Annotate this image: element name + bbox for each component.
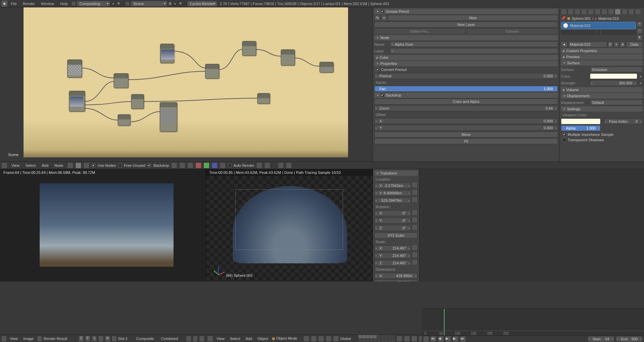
- material-slot[interactable]: Material.010: [561, 22, 636, 29]
- image-editor[interactable]: Frame:64 | Time:00:25.84 | Mem:88.58M, P…: [0, 169, 206, 281]
- gp-delete-button[interactable]: Delete Fra...: [374, 28, 466, 34]
- render-pass-dropdown[interactable]: Composite: [136, 337, 160, 341]
- rot-z-field[interactable]: Z:0°: [374, 225, 411, 231]
- viewport-color-field[interactable]: [561, 118, 601, 124]
- node-menu-add[interactable]: Add: [40, 163, 50, 167]
- material-link-dropdown[interactable]: Data: [626, 41, 643, 47]
- node-label-field[interactable]: ▫: [390, 48, 558, 54]
- manipulator-icon[interactable]: [318, 336, 324, 342]
- convert-premul-checkbox[interactable]: ✔: [376, 68, 380, 72]
- context-data-icon[interactable]: [608, 9, 614, 15]
- layout-browse-icon[interactable]: [71, 1, 76, 6]
- manipulator-icon[interactable]: [326, 336, 332, 342]
- backdrop-x-field[interactable]: X:0.000: [374, 118, 558, 124]
- lock-icon[interactable]: [412, 259, 418, 265]
- channel-g-icon[interactable]: [203, 162, 210, 168]
- compositor-node[interactable]: [242, 41, 256, 56]
- lock-icon[interactable]: [412, 189, 418, 195]
- editor-type-icon[interactable]: [1, 336, 7, 342]
- material-browse-button[interactable]: ●: [561, 41, 568, 47]
- compositor-node[interactable]: [114, 73, 128, 88]
- material-name-field[interactable]: Material.010: [568, 41, 607, 47]
- tree-type-texture-icon[interactable]: [83, 162, 89, 168]
- displacement-dropdown[interactable]: Default: [590, 100, 643, 105]
- context-material-icon[interactable]: [615, 9, 621, 15]
- vp-menu-object[interactable]: Object: [256, 337, 270, 341]
- rotation-mode-dropdown[interactable]: XYZ Euler: [374, 232, 418, 238]
- scale-x-field[interactable]: X:214.497: [374, 245, 411, 251]
- img-menu-view[interactable]: View: [8, 337, 20, 341]
- manipulator-icon[interactable]: [333, 336, 339, 342]
- panel-backdrop[interactable]: ✔Backdrop: [374, 92, 558, 98]
- backdrop-move-button[interactable]: Move: [374, 131, 558, 138]
- lock-icon[interactable]: [412, 210, 418, 216]
- node-menu-view[interactable]: View: [9, 163, 22, 167]
- context-render-icon[interactable]: [561, 9, 567, 15]
- compositor-node[interactable]: [67, 60, 82, 78]
- channel-icon[interactable]: [199, 336, 204, 342]
- snap-icon[interactable]: [404, 336, 410, 342]
- tree-type-compositor-icon[interactable]: [75, 162, 81, 168]
- play-prev-icon[interactable]: ◀: [438, 336, 444, 342]
- loc-x-field[interactable]: X: -3.27941km: [374, 183, 411, 189]
- material-slot-add-button[interactable]: +: [637, 21, 643, 27]
- vp-menu-view[interactable]: View: [215, 337, 227, 341]
- panel-displacement[interactable]: Displacement: [561, 93, 643, 99]
- context-particles-icon[interactable]: [628, 9, 634, 15]
- lock-icon[interactable]: [412, 197, 418, 203]
- layout-add-button[interactable]: +: [111, 1, 116, 6]
- menu-render[interactable]: Render: [20, 2, 38, 6]
- panel-preview[interactable]: Preview: [561, 54, 643, 60]
- panel-color[interactable]: Color: [374, 55, 558, 60]
- vp-menu-select[interactable]: Select: [228, 337, 242, 341]
- panel-custom-properties[interactable]: Custom Properties: [561, 48, 643, 53]
- viewport-alpha-field[interactable]: Alpha:1.000: [561, 125, 601, 131]
- 3d-viewport[interactable]: Time:00:00.85 | Mem:43.62M, Peak:43.62M …: [206, 169, 373, 281]
- layout-delete-button[interactable]: ✕: [116, 1, 121, 6]
- node-menu-select[interactable]: Select: [24, 163, 38, 167]
- image-fake-user-button[interactable]: F: [85, 336, 90, 342]
- editor-type-icon[interactable]: [1, 162, 7, 168]
- backdrop-fit-button[interactable]: Fit: [374, 138, 558, 144]
- context-layers-icon[interactable]: [568, 9, 574, 15]
- lock-icon[interactable]: [412, 224, 418, 230]
- gp-pencil-icon[interactable]: ✎: [374, 15, 380, 21]
- breadcrumb-object[interactable]: Sphere.001: [572, 16, 591, 21]
- material-add-button[interactable]: +: [614, 41, 619, 47]
- lock-icon[interactable]: [412, 244, 418, 251]
- image-pack-button[interactable]: [98, 336, 104, 342]
- image-unlink-button[interactable]: ✕: [105, 336, 110, 342]
- mode-dropdown[interactable]: ▣Object Mode: [272, 336, 302, 341]
- render-engine-dropdown[interactable]: Cycles Render: [187, 1, 217, 7]
- img-menu-image[interactable]: Image: [21, 337, 36, 341]
- blender-icon[interactable]: ◆: [1, 1, 7, 7]
- use-nodes-checkbox[interactable]: ✔: [91, 163, 96, 167]
- compositor-node[interactable]: [205, 64, 219, 79]
- channel-r-icon[interactable]: [195, 162, 201, 168]
- premul-field[interactable]: Premul:0.000: [374, 73, 558, 79]
- panel-volume[interactable]: Volume: [561, 87, 643, 92]
- image-browse-icon[interactable]: [37, 336, 42, 342]
- backdrop-y-field[interactable]: Y:0.000: [374, 125, 558, 131]
- compositor-node[interactable]: [131, 94, 144, 109]
- compositor-node[interactable]: [257, 93, 270, 104]
- compositor-node[interactable]: [160, 44, 174, 63]
- play-end-icon[interactable]: ⏭: [460, 336, 466, 342]
- pin-icon[interactable]: [112, 336, 117, 342]
- snap-element-icon[interactable]: [411, 336, 417, 342]
- node-editor[interactable]: Scene: [0, 7, 373, 161]
- end-frame-field[interactable]: End:500: [616, 336, 643, 342]
- pin-icon[interactable]: 📌: [561, 16, 566, 21]
- panel-grease-pencil[interactable]: ✔Grease Pencil: [374, 9, 558, 14]
- context-constraints-icon[interactable]: [595, 9, 601, 15]
- gp-add-button[interactable]: +: [381, 15, 387, 21]
- vp-menu-add[interactable]: Add: [243, 337, 254, 341]
- material-slot-menu-button[interactable]: ▾: [637, 35, 643, 41]
- start-frame-field[interactable]: Start:64: [588, 336, 614, 342]
- dim-x-field[interactable]: X:428.995m: [374, 273, 418, 279]
- render-layer-dropdown[interactable]: Combined: [161, 337, 185, 341]
- rot-x-field[interactable]: X:0°: [374, 210, 411, 216]
- panel-properties[interactable]: Properties: [374, 61, 558, 66]
- snap-icon[interactable]: [256, 162, 262, 168]
- shading-icon[interactable]: [303, 336, 309, 342]
